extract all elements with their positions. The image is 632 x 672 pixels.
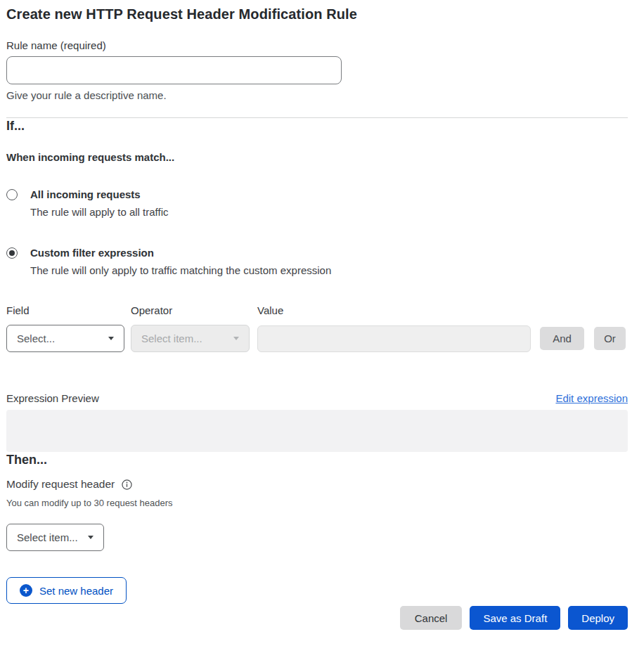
expression-preview-label: Expression Preview — [6, 392, 99, 404]
plus-circle-icon: + — [20, 584, 32, 597]
expression-preview-box — [6, 410, 628, 452]
modify-header-helper: You can modify up to 30 request headers — [6, 498, 628, 508]
option-description: The rule will apply to all traffic — [30, 206, 168, 218]
page-title: Create new HTTP Request Header Modificat… — [6, 6, 628, 22]
if-heading: If... — [6, 118, 628, 134]
edit-expression-link[interactable]: Edit expression — [555, 392, 628, 404]
set-new-header-button[interactable]: + Set new header — [6, 577, 127, 604]
header-action-select[interactable]: Select item... — [6, 524, 104, 551]
value-input[interactable] — [257, 325, 531, 352]
chevron-down-icon — [233, 337, 239, 340]
radio-button-custom-filter[interactable] — [6, 247, 18, 259]
modify-request-header-label: Modify request header — [6, 478, 115, 491]
chevron-down-icon — [88, 536, 93, 539]
option-all-incoming-requests[interactable]: All incoming requests The rule will appl… — [6, 188, 628, 218]
value-label: Value — [257, 304, 531, 317]
operator-select[interactable]: Select item... — [131, 325, 250, 352]
or-button[interactable]: Or — [594, 327, 626, 350]
rule-name-label: Rule name (required) — [6, 39, 628, 52]
field-label: Field — [6, 304, 124, 317]
operator-label: Operator — [131, 304, 250, 317]
save-draft-button[interactable]: Save as Draft — [470, 606, 560, 630]
info-icon[interactable] — [122, 479, 132, 490]
footer-actions: Cancel Save as Draft Deploy — [6, 606, 628, 630]
rule-name-input[interactable] — [6, 56, 342, 84]
expression-builder: Field Select... Operator Select item... … — [6, 304, 628, 352]
field-select[interactable]: Select... — [6, 325, 124, 352]
cancel-button[interactable]: Cancel — [400, 606, 463, 630]
radio-button-all-incoming[interactable] — [6, 189, 18, 200]
option-description: The rule will only apply to traffic matc… — [30, 264, 331, 276]
deploy-button[interactable]: Deploy — [568, 606, 628, 630]
option-label: All incoming requests — [30, 188, 168, 200]
option-label: Custom filter expression — [30, 247, 331, 259]
match-heading: When incoming requests match... — [6, 151, 628, 164]
and-button[interactable]: And — [540, 327, 584, 350]
option-custom-filter-expression[interactable]: Custom filter expression The rule will o… — [6, 247, 628, 276]
create-rule-page: Create new HTTP Request Header Modificat… — [0, 0, 632, 641]
rule-name-helper: Give your rule a descriptive name. — [6, 89, 628, 101]
chevron-down-icon — [108, 337, 114, 340]
then-heading: Then... — [6, 452, 628, 467]
